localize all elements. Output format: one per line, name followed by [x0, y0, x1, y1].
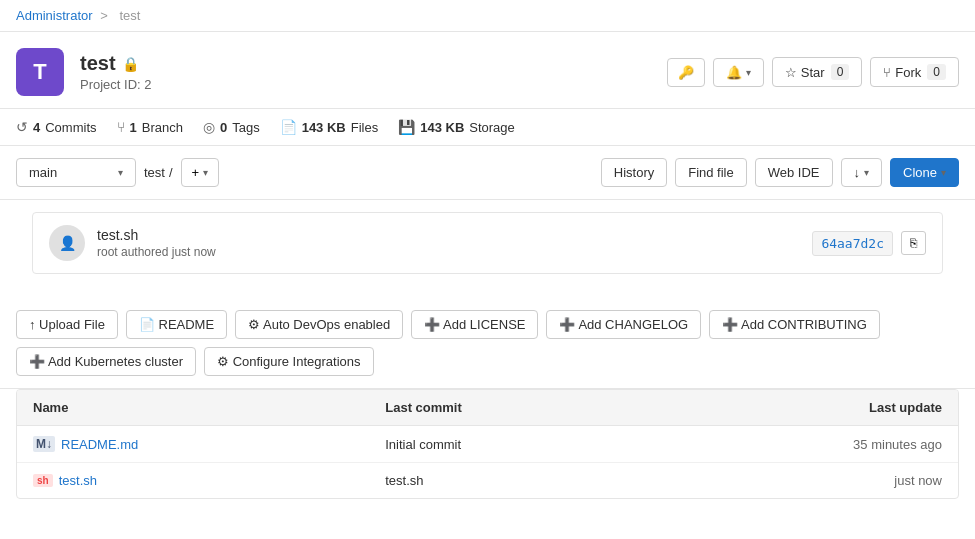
repo-actions-bar: main ▾ test / + ▾ History Find file Web …	[0, 146, 975, 200]
upload-file-button[interactable]: ↑ Upload File	[16, 310, 118, 339]
project-info: T test 🔒 Project ID: 2	[16, 48, 152, 96]
breadcrumb: Administrator > test	[0, 0, 975, 32]
clone-chevron-icon: ▾	[941, 167, 946, 178]
storage-icon: 💾	[398, 119, 415, 135]
add-contributing-button[interactable]: ➕ Add CONTRIBUTING	[709, 310, 880, 339]
copy-hash-button[interactable]: ⎘	[901, 231, 926, 255]
file-link[interactable]: M↓README.md	[33, 436, 353, 452]
branch-selector[interactable]: main ▾	[16, 158, 136, 187]
avatar: T	[16, 48, 64, 96]
notifications-button[interactable]: 🔔 ▾	[713, 58, 764, 87]
commit-info: 👤 test.sh root authored just now 64aa7d2…	[32, 212, 943, 274]
col-name: Name	[17, 390, 369, 426]
commit-title[interactable]: test.sh	[97, 227, 216, 243]
file-link[interactable]: shtest.sh	[33, 473, 353, 488]
project-actions: 🔑 🔔 ▾ ☆ Star 0 ⑂ Fork 0	[667, 57, 959, 87]
files-stat[interactable]: 📄 143 KB Files	[280, 119, 379, 135]
commits-stat[interactable]: ↺ 4 Commits	[16, 119, 97, 135]
commits-icon: ↺	[16, 119, 28, 135]
add-changelog-button[interactable]: ➕ Add CHANGELOG	[546, 310, 701, 339]
configure-integrations-button[interactable]: ⚙ Configure Integrations	[204, 347, 374, 376]
file-table: Name Last commit Last update M↓README.md…	[17, 390, 958, 498]
stats-bar: ↺ 4 Commits ⑂ 1 Branch ◎ 0 Tags 📄 143 KB…	[0, 109, 975, 146]
file-type-icon: sh	[33, 474, 53, 487]
table-row: M↓README.md Initial commit 35 minutes ag…	[17, 426, 958, 463]
download-button[interactable]: ↓ ▾	[841, 158, 883, 187]
col-last-commit: Last commit	[369, 390, 648, 426]
project-name: test 🔒	[80, 52, 152, 75]
file-type-icon: M↓	[33, 436, 55, 452]
file-last-update-cell: 35 minutes ago	[648, 426, 958, 463]
commit-details: 👤 test.sh root authored just now	[49, 225, 216, 261]
commit-text: test.sh root authored just now	[97, 227, 216, 259]
auto-devops-button[interactable]: ⚙ Auto DevOps enabled	[235, 310, 403, 339]
breadcrumb-parent[interactable]: Administrator	[16, 8, 93, 23]
file-table-wrapper: Name Last commit Last update M↓README.md…	[16, 389, 959, 499]
breadcrumb-separator: >	[100, 8, 108, 23]
files-icon: 📄	[280, 119, 297, 135]
commit-meta: root authored just now	[97, 245, 216, 259]
file-name-cell: M↓README.md	[17, 426, 369, 463]
file-name-cell: shtest.sh	[17, 463, 369, 499]
history-button[interactable]: History	[601, 158, 667, 187]
commit-hash-area: 64aa7d2c ⎘	[812, 231, 926, 256]
web-ide-button[interactable]: Web IDE	[755, 158, 833, 187]
project-details: test 🔒 Project ID: 2	[80, 52, 152, 92]
fork-button[interactable]: ⑂ Fork 0	[870, 57, 959, 87]
breadcrumb-current: test	[119, 8, 140, 23]
commit-avatar: 👤	[49, 225, 85, 261]
commit-hash[interactable]: 64aa7d2c	[812, 231, 893, 256]
star-button[interactable]: ☆ Star 0	[772, 57, 863, 87]
file-last-commit-cell: Initial commit	[369, 426, 648, 463]
shortcut-actions: ↑ Upload File 📄 README ⚙ Auto DevOps ena…	[0, 298, 975, 389]
clone-button[interactable]: Clone ▾	[890, 158, 959, 187]
project-id: Project ID: 2	[80, 77, 152, 92]
table-row: shtest.sh test.sh just now	[17, 463, 958, 499]
file-last-commit-cell: test.sh	[369, 463, 648, 499]
path-breadcrumb: test /	[144, 165, 173, 180]
project-header: T test 🔒 Project ID: 2 🔑 🔔 ▾ ☆ Star 0 ⑂ …	[0, 32, 975, 109]
ssh-key-button[interactable]: 🔑	[667, 58, 705, 87]
tags-stat[interactable]: ◎ 0 Tags	[203, 119, 260, 135]
branches-stat[interactable]: ⑂ 1 Branch	[117, 119, 183, 135]
col-last-update: Last update	[648, 390, 958, 426]
table-header-row: Name Last commit Last update	[17, 390, 958, 426]
file-last-update-cell: just now	[648, 463, 958, 499]
storage-stat[interactable]: 💾 143 KB Storage	[398, 119, 515, 135]
repo-right-actions: History Find file Web IDE ↓ ▾ Clone ▾	[601, 158, 959, 187]
branch-icon: ⑂	[117, 119, 125, 135]
lock-icon: 🔒	[122, 56, 139, 72]
readme-button[interactable]: 📄 README	[126, 310, 227, 339]
tags-icon: ◎	[203, 119, 215, 135]
add-license-button[interactable]: ➕ Add LICENSE	[411, 310, 538, 339]
branch-chevron-icon: ▾	[118, 167, 123, 178]
add-kubernetes-button[interactable]: ➕ Add Kubernetes cluster	[16, 347, 196, 376]
find-file-button[interactable]: Find file	[675, 158, 747, 187]
add-file-button[interactable]: + ▾	[181, 158, 220, 187]
